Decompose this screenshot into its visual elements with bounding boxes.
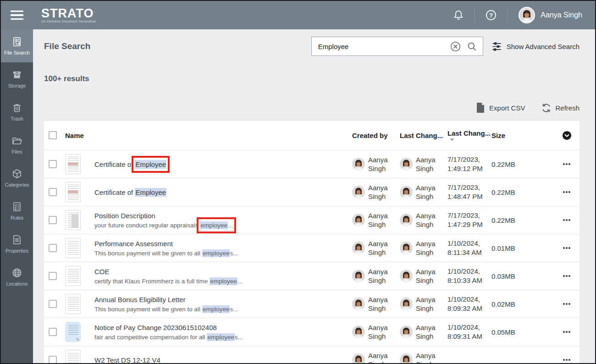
file-name[interactable]: Certificate of Employee [94, 188, 347, 196]
row-actions-menu-icon[interactable] [554, 331, 579, 333]
sidebar-item-trash[interactable]: Trash [1, 95, 33, 128]
column-header-name[interactable]: Name [65, 132, 352, 139]
last-changed-by-cell: Aanya Singh [400, 183, 447, 201]
clear-search-icon[interactable] [450, 41, 461, 52]
changed-time: 1:47:29 PM [447, 220, 491, 229]
row-checkbox[interactable] [49, 300, 57, 308]
file-name[interactable]: Position Description [94, 212, 347, 220]
sidebar-item-label: Categories [5, 182, 29, 188]
sidebar-item-file-search[interactable]: File Search [1, 29, 33, 62]
created-by-cell: Aanya Singh [352, 239, 400, 257]
created-by-name: Aanya Singh [368, 239, 393, 257]
sidebar-item-rules[interactable]: Rules [1, 194, 33, 227]
sidebar-item-categories[interactable]: Categories [1, 161, 33, 194]
row-checkbox[interactable] [49, 216, 57, 224]
search-icon[interactable] [467, 41, 477, 52]
created-by-cell: Aanya Singh [352, 211, 400, 229]
file-thumbnail[interactable] [65, 294, 81, 314]
user-menu[interactable]: Aanya Singh [508, 7, 582, 23]
search-term-highlight: employee [200, 221, 228, 229]
select-all-checkbox[interactable] [49, 131, 57, 139]
user-avatar [519, 7, 535, 23]
refresh-button[interactable]: Refresh [541, 103, 579, 113]
sidebar-item-label: Files [11, 149, 22, 154]
cube-icon [11, 168, 22, 179]
created-by-avatar [352, 298, 365, 310]
row-checkbox[interactable] [49, 244, 57, 252]
hamburger-menu-icon[interactable] [1, 1, 33, 29]
changed-by-name: Aanya Singh [416, 295, 441, 313]
file-size: 0.03MB [491, 272, 554, 280]
row-checkbox[interactable] [49, 272, 57, 280]
sidebar-item-storage[interactable]: Storage [1, 62, 33, 95]
export-csv-label: Export CSV [489, 104, 525, 112]
changed-by-name: Aanya Singh [416, 183, 441, 201]
column-header-size[interactable]: Size [491, 132, 554, 139]
annotation-red-box: Employee [135, 160, 166, 168]
file-thumbnail[interactable] [65, 210, 81, 230]
sidebar-item-properties[interactable]: Properties [1, 227, 33, 260]
table-row: Notice of Pay Change 20230615102408 fair… [44, 318, 579, 346]
file-name[interactable]: Notice of Pay Change 20230615102408 [94, 324, 347, 331]
column-header-last-changed-on[interactable]: Last Chang... [447, 129, 491, 141]
row-checkbox[interactable] [49, 160, 57, 168]
row-actions-menu-icon[interactable] [554, 191, 579, 193]
sort-descending-icon [450, 138, 454, 141]
row-actions-menu-icon[interactable] [554, 219, 579, 221]
changed-by-avatar [400, 242, 413, 254]
file-snippet: This bonus payment will be given to all … [94, 250, 347, 257]
search-term-highlight: Employee [135, 188, 166, 197]
export-csv-button[interactable]: Export CSV [476, 103, 525, 113]
annotation-red-box: employee... [200, 222, 233, 229]
column-options-chevron-icon[interactable] [562, 131, 572, 140]
row-actions-menu-icon[interactable] [554, 275, 579, 277]
row-actions-menu-icon[interactable] [554, 163, 579, 165]
file-name[interactable]: W2 Test DS 12-12 V4 [94, 356, 347, 364]
table-row: Performance Assessment This bonus paymen… [44, 234, 579, 262]
changed-date: 1/10/2024, [447, 295, 491, 304]
column-header-last-changed-by[interactable]: Last Chang... [400, 132, 447, 139]
file-thumbnail[interactable] [65, 182, 81, 202]
sidebar-item-files[interactable]: Files [1, 128, 33, 161]
created-by-name: Aanya Singh [368, 267, 393, 285]
show-advanced-search-button[interactable]: Show Advanced Search [491, 41, 579, 52]
file-snippet: This bonus payment will be given to all … [94, 306, 347, 313]
row-checkbox[interactable] [49, 356, 57, 363]
file-thumbnail[interactable] [65, 350, 81, 363]
highlight-wrap: employees... [202, 306, 238, 313]
help-icon[interactable]: ? [475, 9, 507, 21]
changed-date: 7/17/2023, [447, 155, 491, 164]
last-changed-by-cell: Aanya Singh [400, 267, 447, 285]
column-header-label: Last Chang... [447, 129, 491, 137]
file-name[interactable]: Certificate of Employee [94, 160, 347, 168]
notifications-bell-icon[interactable] [442, 9, 475, 21]
sidebar-item-label: Trash [11, 116, 23, 121]
rules-checklist-icon [11, 201, 22, 212]
file-name[interactable]: Performance Assessment [94, 240, 347, 248]
row-checkbox[interactable] [49, 188, 57, 196]
last-changed-by-cell: Aanya Singh [400, 239, 447, 257]
row-actions-menu-icon[interactable] [554, 303, 579, 305]
column-header-created-by[interactable]: Created by [352, 132, 400, 139]
file-thumbnail[interactable] [65, 322, 81, 342]
file-thumbnail[interactable] [65, 266, 81, 286]
file-name[interactable]: COE [94, 268, 347, 276]
row-actions-menu-icon[interactable] [554, 359, 579, 361]
row-actions-menu-icon[interactable] [554, 247, 579, 249]
changed-by-avatar [400, 298, 413, 310]
file-thumbnail[interactable] [65, 238, 81, 258]
file-thumbnail[interactable] [65, 154, 81, 174]
search-input[interactable] [318, 43, 444, 50]
sidebar-item-locations[interactable]: Locations [1, 260, 33, 293]
changed-time: 1:48:47 PM [447, 192, 491, 201]
advanced-search-label: Show Advanced Search [507, 43, 579, 50]
sidebar-item-label: Locations [6, 281, 28, 287]
row-checkbox[interactable] [49, 328, 57, 336]
file-name[interactable]: Annual Bonus Eligibility Letter [94, 296, 347, 303]
table-row: Position Description your future conduct… [44, 206, 579, 234]
last-changed-on-cell: 7/17/2023, 1:49:12 PM [447, 155, 491, 173]
changed-by-avatar [400, 270, 413, 282]
created-by-avatar [352, 158, 365, 171]
logo-tagline: On-Demand Document Generation [41, 20, 96, 23]
created-by-name: Aanya Singh [368, 323, 393, 341]
